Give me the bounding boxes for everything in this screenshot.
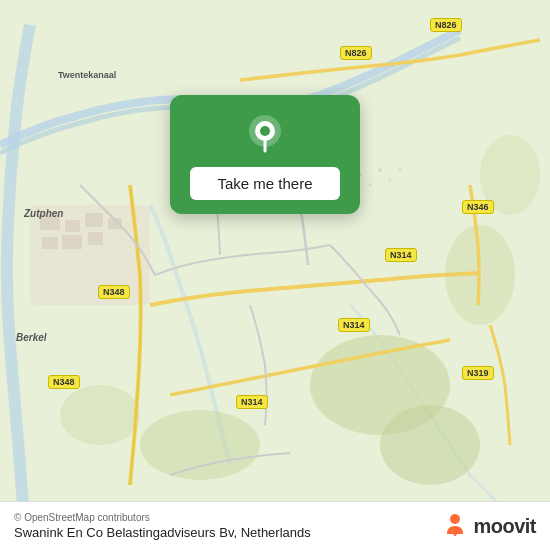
svg-rect-13 [62, 235, 82, 249]
svg-point-4 [60, 385, 140, 445]
road-badge-n348-2: N348 [48, 375, 80, 389]
map-container: N826 N826 N346 N314 N314 N314 N348 N348 … [0, 0, 550, 550]
svg-point-17 [378, 168, 382, 172]
bottom-bar: © OpenStreetMap contributors Swanink En … [0, 501, 550, 550]
road-badge-n826-1: N826 [430, 18, 462, 32]
svg-point-16 [369, 184, 372, 187]
road-badge-n346: N346 [462, 200, 494, 214]
label-twentekanaal: Twentekanaal [58, 70, 116, 80]
svg-rect-12 [42, 237, 58, 249]
svg-rect-10 [85, 213, 103, 227]
road-badge-n826-2: N826 [340, 46, 372, 60]
label-zutphen: Zutphen [24, 208, 63, 219]
svg-point-3 [140, 410, 260, 480]
take-me-there-button[interactable]: Take me there [190, 167, 340, 200]
road-badge-n319: N319 [462, 366, 494, 380]
road-badge-n314-1: N314 [385, 248, 417, 262]
svg-point-2 [380, 405, 480, 485]
moovit-logo: moovit [441, 512, 536, 540]
svg-point-18 [389, 179, 392, 182]
road-badge-n314-3: N314 [236, 395, 268, 409]
location-name: Swanink En Co Belastingadviseurs Bv, Net… [14, 525, 311, 540]
svg-point-19 [398, 168, 402, 172]
moovit-icon [441, 512, 469, 540]
map-background [0, 0, 550, 550]
svg-rect-9 [65, 220, 80, 232]
road-badge-n348-1: N348 [98, 285, 130, 299]
popup-card: Take me there [170, 95, 360, 214]
copyright-text: © OpenStreetMap contributors [14, 512, 311, 523]
road-badge-n314-2: N314 [338, 318, 370, 332]
bottom-left: © OpenStreetMap contributors Swanink En … [14, 512, 311, 540]
label-berkel: Berkel [16, 332, 47, 343]
svg-point-22 [260, 126, 270, 136]
svg-point-23 [450, 514, 460, 524]
map-pin-icon [243, 113, 287, 157]
moovit-text: moovit [473, 515, 536, 538]
svg-rect-14 [88, 232, 103, 245]
